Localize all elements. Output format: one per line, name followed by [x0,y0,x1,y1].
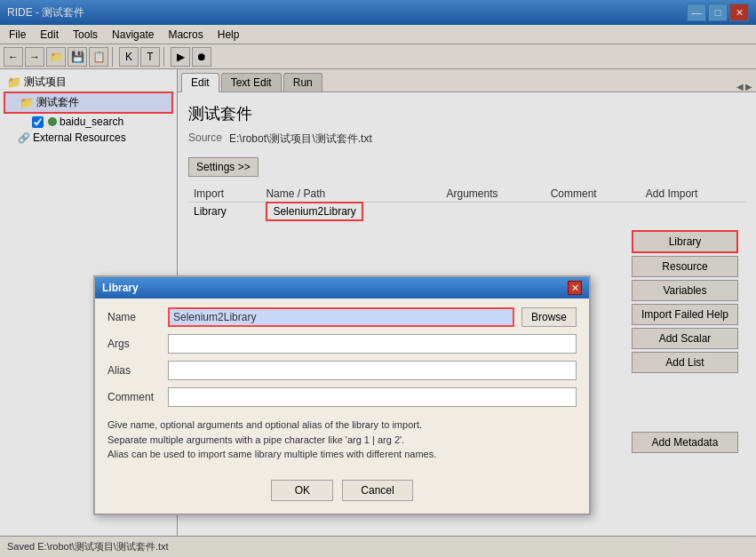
dialog-footer: OK Cancel [107,473,577,505]
name-row: Name Browse [107,307,577,327]
modal-overlay: Library ✕ Name Browse Args Alias Co [0,0,756,557]
name-input[interactable] [168,307,514,327]
help-text: Give name, optional arguments and option… [107,414,577,465]
dialog-body: Name Browse Args Alias Comment Give name [95,298,589,513]
comment-input[interactable] [168,387,577,407]
browse-button[interactable]: Browse [521,307,577,327]
dialog-title: Library [102,282,139,294]
alias-row: Alias [107,361,577,380]
args-label: Args [107,338,161,350]
args-input[interactable] [168,334,577,354]
dialog-titlebar: Library ✕ [95,277,589,298]
ok-button[interactable]: OK [271,480,333,501]
alias-input[interactable] [168,361,577,380]
comment-row: Comment [107,387,577,407]
help-text-content: Give name, optional arguments and option… [107,419,436,459]
library-dialog: Library ✕ Name Browse Args Alias Co [93,275,591,515]
name-label: Name [107,311,161,323]
args-row: Args [107,334,577,354]
alias-label: Alias [107,364,161,377]
cancel-button[interactable]: Cancel [342,480,412,501]
comment-label: Comment [107,391,161,403]
dialog-close-button[interactable]: ✕ [568,281,582,295]
